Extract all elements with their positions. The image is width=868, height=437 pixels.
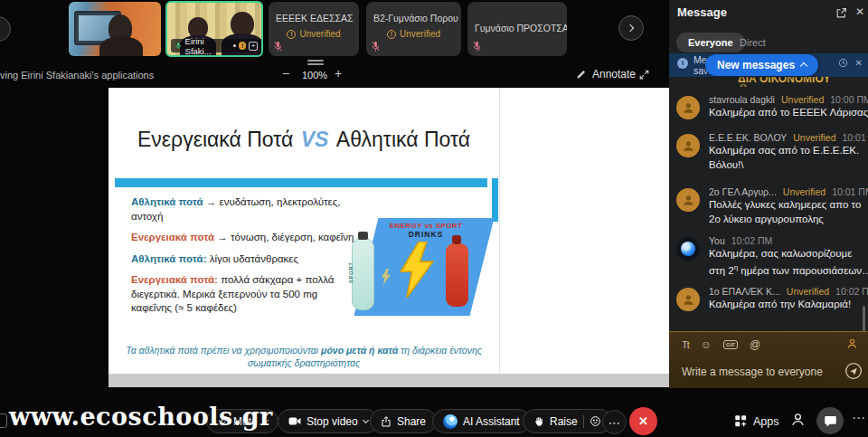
participants-button[interactable] xyxy=(790,412,806,427)
corner-chip xyxy=(0,413,7,428)
watermark: www.ecoschools.gr xyxy=(9,403,273,431)
slide-bullets: Αθλητικά ποτά → ενυδάτωση, ηλεκτρολύτες,… xyxy=(131,195,355,323)
more-options-button[interactable]: ⋯ xyxy=(602,410,627,434)
tab-direct[interactable]: Direct xyxy=(740,37,766,48)
zoom-level: 100% xyxy=(297,70,333,81)
chat-message: 2ο ΓΕΛ Αργυρ...Unverified10:01 ΠΜ Πολλές… xyxy=(669,186,868,226)
raised-hand-icon xyxy=(533,416,544,427)
person-icon xyxy=(682,139,695,153)
clipped-chat-message: ΔΙΑ ΟΙΚΟΝΟΜΙΟΥ ☺ xyxy=(738,77,830,87)
chevron-up-icon xyxy=(800,62,807,70)
viewing-status-text: ving Eirini Sfakianaki's applications xyxy=(0,70,154,81)
ai-assistant-icon xyxy=(443,414,458,429)
more-controls-button[interactable]: ⋯ xyxy=(852,410,865,426)
info-icon: i xyxy=(677,58,688,69)
participant-tile-gymnasio-prosotsa[interactable]: Γυμνάσιο ΠΡΟΣΟΤΣΑ... xyxy=(467,2,567,56)
popout-chat-button[interactable] xyxy=(835,7,847,19)
chevron-left-icon xyxy=(0,25,3,33)
avatar xyxy=(676,134,700,157)
dismiss-banner-button[interactable]: ✕ xyxy=(855,58,863,68)
apps-button[interactable]: Apps xyxy=(734,409,779,433)
ai-assistant-button[interactable]: AI Assistant xyxy=(432,409,531,433)
energy-bottle xyxy=(446,243,468,307)
person-icon xyxy=(682,194,695,207)
expand-icon xyxy=(638,69,650,81)
restricted-person-icon xyxy=(846,337,858,349)
popout-icon xyxy=(835,7,847,19)
zoom-in-button[interactable]: + xyxy=(331,66,345,81)
filmstrip-prev-button[interactable] xyxy=(0,16,11,42)
participant-video-1[interactable] xyxy=(69,2,161,56)
active-speaker-name-tag: Eirini Sfaki... ! + xyxy=(171,39,261,52)
mention-button[interactable]: @ xyxy=(750,338,760,351)
warning-icon: ! xyxy=(287,30,296,39)
leave-meeting-button[interactable]: ✕ xyxy=(629,407,657,435)
send-message-button[interactable] xyxy=(844,362,863,380)
tab-everyone[interactable]: Everyone xyxy=(676,33,745,52)
participant-name: Β2-Γυμνάσιο Πορου xyxy=(366,13,461,24)
energy-vs-sport-graphic: ENERGY vs SPORT DRINKS SPORT xyxy=(348,213,497,326)
share-icon xyxy=(381,416,392,427)
raise-hand-button[interactable]: Raise xyxy=(523,409,612,433)
webex-avatar xyxy=(676,237,700,261)
slide-title: Ενεργειακά Ποτά VS Αθλητικά Ποτά xyxy=(108,128,499,152)
participant-tile-b2-gymnasio[interactable]: Β2-Γυμνάσιο Πορου !Unverified xyxy=(366,2,461,56)
presentation-slide: Ενεργειακά Ποτά VS Αθλητικά Ποτά Αθλητικ… xyxy=(108,88,500,374)
chat-composer: Tt ☺ GIF @ Write a message to everyone xyxy=(669,331,868,388)
camera-icon xyxy=(288,416,301,426)
participant-video-active-speaker[interactable]: Eirini Sfaki... ! + xyxy=(165,1,263,57)
chat-message: stavroula dagkliUnverified10:00 ΠΜ Καλημ… xyxy=(669,94,868,119)
dot-separator xyxy=(233,44,236,47)
new-messages-button[interactable]: New messages xyxy=(705,54,818,76)
reactions-smiley-icon xyxy=(590,415,601,427)
filmstrip-next-button[interactable] xyxy=(618,15,644,41)
chat-message-self: You10:02 ΠΜ Καλημέρα, σας καλωσορίζουμε … xyxy=(669,235,868,278)
chat-toggle-button[interactable] xyxy=(816,407,844,434)
pen-icon xyxy=(576,69,587,80)
shared-screen-area: Ενεργειακά Ποτά VS Αθλητικά Ποτά Αθλητικ… xyxy=(108,88,669,387)
zoom-out-button[interactable]: − xyxy=(278,66,293,81)
warning-icon: ! xyxy=(387,30,396,39)
mic-muted-icon xyxy=(371,41,381,52)
chat-message: 1ο ΕΠΑΛ/ΕΚ Κ...Unverified10:02 ΠΜ Καλημέ… xyxy=(669,286,868,311)
close-chat-button[interactable]: ✕ xyxy=(855,5,864,18)
person-icon xyxy=(682,293,695,307)
avatar xyxy=(676,188,700,212)
stop-video-button[interactable]: Stop video xyxy=(278,409,379,433)
history-clock-icon[interactable] xyxy=(838,58,848,68)
filmstrip-drag-handle[interactable] xyxy=(307,58,324,67)
chat-input[interactable]: Write a message to everyone xyxy=(682,366,823,378)
unverified-badge: !Unverified xyxy=(269,29,359,39)
person-icon xyxy=(682,101,695,115)
chevron-right-icon xyxy=(627,24,634,32)
participants-icon xyxy=(790,412,806,427)
gif-button[interactable]: GIF xyxy=(723,340,738,349)
share-button[interactable]: Share xyxy=(370,409,437,433)
participant-name: Γυμνάσιο ΠΡΟΣΟΤΣΑ... xyxy=(467,23,567,33)
add-icon[interactable]: + xyxy=(249,42,258,51)
unverified-badge: !Unverified xyxy=(366,29,461,39)
chat-message: Ε.Ε.Ε.ΕΚ. ΒΟΛΟΥUnverified10:01 ΠΜ Καλημέ… xyxy=(669,132,868,172)
annotate-button[interactable]: Annotate xyxy=(576,68,636,81)
emoji-button[interactable]: ☺ xyxy=(701,338,712,351)
apps-grid-icon xyxy=(734,414,748,428)
chevron-down-icon xyxy=(363,416,369,423)
webex-meeting-window: Eirini Sfaki... ! + ΕΕΕΕΚ ΕΔΕΣΣΑΣ !Unver… xyxy=(0,0,868,437)
chat-panel-title: Message xyxy=(677,5,727,19)
small-lightning-icon xyxy=(381,269,392,285)
slide-footer-note: Τα αθλητικά ποτά πρέπει να χρησιμοποιούν… xyxy=(125,344,483,369)
mic-muted-icon xyxy=(273,41,283,52)
chat-panel: Message ✕ Everyone Direct ΔΙΑ ΟΙΚΟΝΟΜΙΟΥ… xyxy=(669,0,868,388)
mic-muted-icon xyxy=(472,41,482,52)
send-icon xyxy=(844,362,863,380)
participant-name: ΕΕΕΕΚ ΕΔΕΣΣΑΣ xyxy=(269,13,359,24)
avatar xyxy=(676,288,700,311)
lightning-bolt-icon xyxy=(399,242,435,298)
chat-scrollbar[interactable] xyxy=(863,306,865,331)
participant-tile-eeeek-edessas[interactable]: ΕΕΕΕΚ ΕΔΕΣΣΑΣ !Unverified xyxy=(269,2,359,56)
app-taskbar-strip xyxy=(108,374,669,387)
chat-bubble-icon xyxy=(824,414,837,428)
text-format-button[interactable]: Tt xyxy=(682,339,689,350)
expand-view-button[interactable] xyxy=(638,69,650,81)
avatar xyxy=(676,96,700,119)
